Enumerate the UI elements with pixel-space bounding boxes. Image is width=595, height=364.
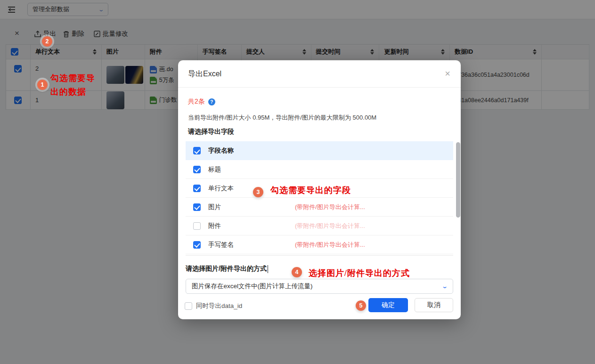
field-name: 单行文本 [208, 184, 274, 193]
cancel-button[interactable]: 取消 [415, 298, 453, 312]
field-name: 附件 [208, 222, 274, 230]
list-scrollbar-thumb[interactable] [456, 142, 460, 218]
help-icon[interactable]: ? [208, 98, 215, 105]
field-note: (带附件/图片导出会计算... [295, 241, 365, 249]
field-name: 图片 [208, 203, 274, 211]
data-id-checkbox[interactable] [185, 302, 192, 310]
step-badge-5: 5 [356, 300, 366, 311]
field-row[interactable]: 附件 (带附件/图片导出会计算... [186, 217, 453, 235]
field-checkbox[interactable] [193, 166, 201, 173]
close-icon[interactable]: × [445, 68, 450, 79]
record-count-text: 共2条 [188, 97, 205, 106]
field-row[interactable]: 手写签名 (带附件/图片导出会计算... [186, 235, 453, 254]
field-note: (带附件/图片导出会计算... [295, 222, 365, 230]
export-mode-select[interactable]: 图片保存在excel文件中(图片计算上传流量) ⌄ [186, 279, 453, 294]
confirm-button[interactable]: 确定 [368, 298, 408, 312]
field-name: 标题 [208, 165, 274, 174]
field-name: 字段名称 [208, 146, 274, 155]
step-badge-4: 4 [292, 267, 302, 277]
size-info-text: 当前导出附件/图片大小 0.95M，导出附件/图片的最大限制为 500.00M [188, 113, 376, 122]
record-count: 共2条 ? [188, 97, 215, 106]
field-checkbox[interactable] [193, 222, 201, 230]
export-mode-select-value: 图片保存在excel文件中(图片计算上传流量) [192, 282, 313, 291]
field-row[interactable]: 标题 [186, 160, 453, 179]
modal-header: 导出Excel × [178, 60, 461, 88]
export-fields-list: 字段名称 标题 单行文本 图片 (带附件/图片导出会计算... 附件 (带附件/… [186, 141, 453, 256]
text-cursor [268, 265, 269, 273]
field-checkbox[interactable] [193, 203, 201, 211]
field-name: 手写签名 [208, 241, 274, 249]
field-row[interactable]: 图片 (带附件/图片导出会计算... [186, 198, 453, 217]
data-id-checkbox-label: 同时导出data_id [196, 302, 242, 310]
export-mode-label: 请选择图片/附件导出的方式 [186, 265, 268, 273]
field-checkbox[interactable] [193, 147, 201, 154]
annotation-step-3: 勾选需要导出的字段 [270, 185, 351, 196]
step-badge-2: 2 [42, 36, 52, 47]
field-checkbox[interactable] [193, 241, 201, 249]
annotation-step-1: 勾选需要导 出的数据 [50, 72, 95, 99]
field-row-header[interactable]: 字段名称 [186, 141, 453, 160]
export-data-id-option[interactable]: 同时导出data_id [185, 302, 242, 310]
field-note: (带附件/图片导出会计算... [295, 203, 365, 211]
fields-section-label: 请选择导出字段 [188, 128, 234, 136]
step-badge-3: 3 [253, 187, 263, 197]
modal-title: 导出Excel [188, 69, 221, 79]
field-checkbox[interactable] [193, 185, 201, 192]
annotation-step-4: 选择图片/附件导出的方式 [309, 267, 410, 279]
step-badge-1: 1 [37, 80, 48, 90]
chevron-down-icon: ⌄ [441, 283, 448, 290]
